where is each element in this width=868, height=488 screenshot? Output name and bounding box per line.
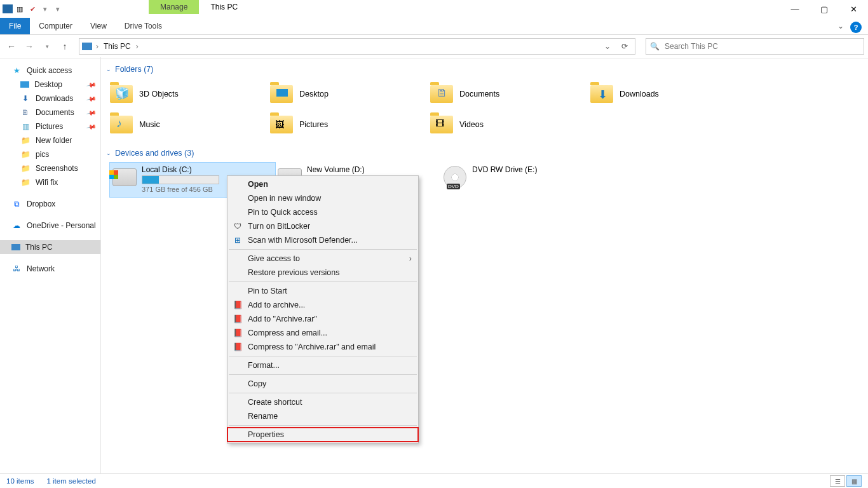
- breadcrumb-separator[interactable]: ›: [96, 42, 98, 51]
- sidebar-pictures[interactable]: ▥Pictures📌: [0, 119, 100, 133]
- sidebar-desktop[interactable]: Desktop📌: [0, 78, 100, 92]
- drive-c-label: Local Disk (C:): [142, 165, 219, 174]
- folder-documents[interactable]: 🗎Documents: [430, 79, 590, 109]
- folder-3d-objects[interactable]: 🧊3D Objects: [110, 79, 270, 109]
- forward-button[interactable]: →: [22, 39, 37, 54]
- group-devices[interactable]: ⌄Devices and drives (3): [106, 146, 860, 163]
- pictures-icon: ▥: [20, 121, 31, 132]
- sidebar-wifi-fix[interactable]: 📁Wifi fix: [0, 175, 100, 189]
- ctx-pin-quick-access[interactable]: Pin to Quick access: [227, 205, 418, 219]
- qat-customize-dropdown[interactable]: ▾: [52, 3, 64, 15]
- ctx-open[interactable]: Open: [227, 177, 418, 191]
- group-folders[interactable]: ⌄Folders (7): [106, 62, 860, 79]
- ctx-give-access[interactable]: Give access to›: [227, 252, 418, 266]
- refresh-button[interactable]: ⟳: [617, 42, 632, 51]
- sidebar-downloads[interactable]: ⬇Downloads📌: [0, 92, 100, 105]
- ribbon-collapse-chevron[interactable]: ⌄: [831, 18, 850, 34]
- status-bar: 10 items 1 item selected ☰ ▦: [0, 473, 868, 488]
- drive-c-usage-bar: [142, 175, 219, 184]
- winrar-icon: 📕: [233, 300, 243, 310]
- ctx-add-archive[interactable]: 📕Add to archive...: [227, 298, 418, 312]
- winrar-icon: 📕: [233, 328, 243, 338]
- folder-icon: 🖼: [270, 116, 293, 133]
- address-bar[interactable]: › This PC › ⌄ ⟳: [79, 38, 635, 55]
- view-details-button[interactable]: ☰: [830, 475, 845, 487]
- breadcrumb-this-pc[interactable]: This PC: [102, 42, 132, 51]
- ctx-bitlocker[interactable]: 🛡Turn on BitLocker: [227, 219, 418, 233]
- close-button[interactable]: ✕: [839, 0, 868, 18]
- drive-e[interactable]: DVD DVD RW Drive (E:): [440, 163, 606, 197]
- ctx-restore-versions[interactable]: Restore previous versions: [227, 266, 418, 280]
- ctx-pin-start[interactable]: Pin to Start: [227, 284, 418, 298]
- tab-computer[interactable]: Computer: [30, 18, 81, 34]
- maximize-button[interactable]: ▢: [810, 0, 839, 18]
- pc-icon: [11, 244, 20, 250]
- submenu-arrow-icon: ›: [409, 254, 412, 263]
- folder-videos[interactable]: 🎞Videos: [430, 109, 590, 140]
- back-button[interactable]: ←: [4, 39, 19, 54]
- sidebar-network[interactable]: 🖧Network: [0, 262, 100, 276]
- tab-drive-tools[interactable]: Drive Tools: [116, 18, 171, 34]
- ctx-compress-rar-email[interactable]: 📕Compress to "Archive.rar" and email: [227, 340, 418, 354]
- folder-icon: 📁: [20, 177, 31, 187]
- sidebar-pics[interactable]: 📁pics: [0, 147, 100, 161]
- ctx-open-new-window[interactable]: Open in new window: [227, 191, 418, 205]
- chevron-down-icon: ⌄: [106, 66, 111, 72]
- folder-pictures[interactable]: 🖼Pictures: [270, 109, 430, 140]
- folder-icon: ⬇: [590, 85, 613, 103]
- navigation-pane: ★Quick access Desktop📌 ⬇Downloads📌 🗎Docu…: [0, 57, 101, 474]
- breadcrumb-separator[interactable]: ›: [136, 42, 139, 51]
- sidebar-new-folder[interactable]: 📁New folder: [0, 133, 100, 147]
- ctx-compress-email[interactable]: 📕Compress and email...: [227, 326, 418, 340]
- network-icon: 🖧: [11, 264, 22, 274]
- drive-d-label: New Volume (D:): [307, 165, 365, 174]
- ctx-defender-scan[interactable]: ⊞Scan with Microsoft Defender...: [227, 233, 418, 247]
- tab-file[interactable]: File: [0, 18, 30, 34]
- ctx-add-archive-rar[interactable]: 📕Add to "Archive.rar": [227, 312, 418, 326]
- folder-downloads[interactable]: ⬇Downloads: [590, 79, 750, 109]
- up-button[interactable]: ↑: [57, 39, 72, 54]
- pin-icon: 📌: [86, 107, 97, 118]
- view-large-icons-button[interactable]: ▦: [846, 475, 862, 487]
- qat-properties-icon[interactable]: ▥: [14, 3, 25, 15]
- folder-icon: ♪: [110, 116, 133, 133]
- onedrive-icon: ☁: [11, 220, 22, 231]
- search-box[interactable]: 🔍 Search This PC: [646, 38, 864, 55]
- contextual-tab-manage[interactable]: Manage: [149, 0, 199, 14]
- qat-undo-dropdown[interactable]: ▾: [39, 3, 51, 15]
- sidebar-quick-access[interactable]: ★Quick access: [0, 64, 100, 78]
- downloads-icon: ⬇: [20, 93, 31, 104]
- ctx-format[interactable]: Format...: [227, 358, 418, 372]
- folder-desktop[interactable]: Desktop: [270, 79, 430, 109]
- winrar-icon: 📕: [233, 342, 243, 352]
- qat-newfolder-icon[interactable]: ✔: [27, 3, 38, 15]
- ctx-rename[interactable]: Rename: [227, 409, 418, 423]
- sidebar-dropbox[interactable]: ⧉Dropbox: [0, 197, 100, 211]
- sidebar-screenshots[interactable]: 📁Screenshots: [0, 161, 100, 175]
- folder-icon: 📁: [20, 163, 31, 173]
- status-item-count: 10 items: [6, 477, 34, 485]
- window-controls: — ▢ ✕: [780, 0, 868, 18]
- sidebar-onedrive[interactable]: ☁OneDrive - Personal: [0, 219, 100, 233]
- desktop-icon: [20, 81, 29, 88]
- sidebar-this-pc[interactable]: This PC: [0, 240, 100, 254]
- dropbox-icon: ⧉: [11, 199, 22, 209]
- window-title: This PC: [199, 0, 249, 14]
- pin-icon: 📌: [86, 79, 97, 90]
- content-pane: ⌄Folders (7) 🧊3D Objects Desktop 🗎Docume…: [101, 57, 868, 474]
- drive-c-free: 371 GB free of 456 GB: [142, 186, 219, 193]
- minimize-button[interactable]: —: [780, 0, 810, 18]
- ctx-copy[interactable]: Copy: [227, 377, 418, 391]
- status-selected-count: 1 item selected: [46, 477, 95, 485]
- tab-view[interactable]: View: [81, 18, 116, 34]
- ctx-create-shortcut[interactable]: Create shortcut: [227, 395, 418, 409]
- pin-icon: 📌: [86, 121, 97, 132]
- recent-dropdown[interactable]: ▾: [39, 39, 55, 54]
- sidebar-documents[interactable]: 🗎Documents📌: [0, 105, 100, 119]
- ribbon-tabs: File Computer View Drive Tools ⌄ ?: [0, 18, 868, 35]
- quick-access-toolbar: ▥ ✔ ▾ ▾: [0, 0, 66, 18]
- help-icon[interactable]: ?: [850, 22, 862, 33]
- ctx-properties[interactable]: Properties: [227, 428, 418, 442]
- address-history-dropdown[interactable]: ⌄: [602, 42, 613, 51]
- folder-music[interactable]: ♪Music: [110, 109, 270, 140]
